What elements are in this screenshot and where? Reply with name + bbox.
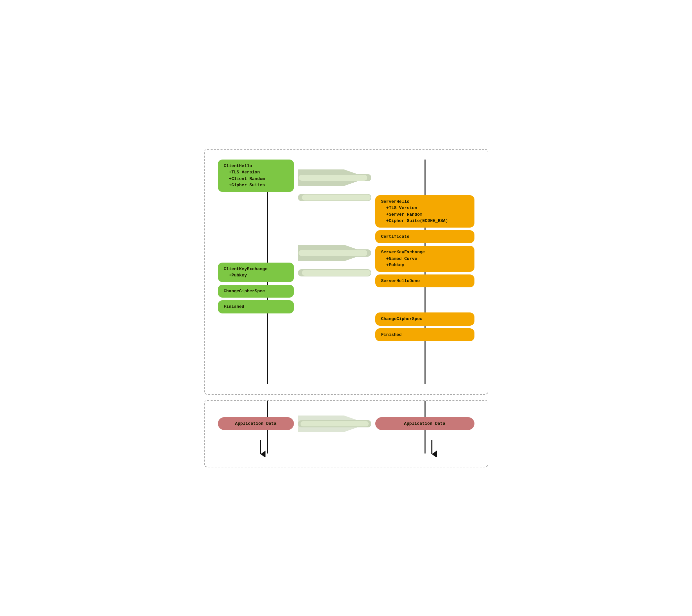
client-down-arrow (256, 440, 266, 457)
change-cipher-spec-server-box: ChangeCipherSpec (375, 312, 475, 326)
app-data-arrow-column (294, 416, 375, 432)
diagram-wrapper: ClientHello +TLS Version +Client Random … (197, 142, 495, 474)
application-data-box: Application Data (204, 400, 488, 467)
finished-server-box: Finished (375, 328, 475, 342)
arrow-server-finished (298, 265, 371, 281)
client-column: ClientHello +TLS Version +Client Random … (218, 159, 294, 313)
client-app-data-column: Application Data (218, 417, 294, 431)
arrow-app-data (298, 416, 371, 432)
finished-client-box: Finished (218, 300, 294, 313)
arrows-column (294, 159, 375, 281)
app-data-server-box: Application Data (375, 417, 475, 431)
server-app-data-column: Application Data (375, 417, 475, 431)
server-hello-done-box: ServerHelloDone (375, 274, 475, 288)
app-data-client-box: Application Data (218, 417, 294, 431)
server-hello-box: ServerHello +TLS Version +Server Random … (375, 195, 475, 227)
certificate-box: Certificate (375, 230, 475, 243)
client-key-exchange-box: ClientKeyExchange +Pubkey (218, 263, 294, 282)
change-cipher-spec-client-box: ChangeCipherSpec (218, 285, 294, 298)
tls-handshake-box: ClientHello +TLS Version +Client Random … (204, 149, 488, 395)
client-hello-box: ClientHello +TLS Version +Client Random … (218, 159, 294, 192)
arrow-client-key-exchange (298, 245, 371, 261)
server-down-arrow (427, 440, 437, 457)
arrow-client-hello (298, 170, 371, 186)
arrow-server-hello (298, 189, 371, 206)
server-key-exchange-box: ServerKeyExchange +Named Curve +Pubkey (375, 246, 475, 272)
server-column: ServerHello +TLS Version +Server Random … (375, 159, 475, 342)
